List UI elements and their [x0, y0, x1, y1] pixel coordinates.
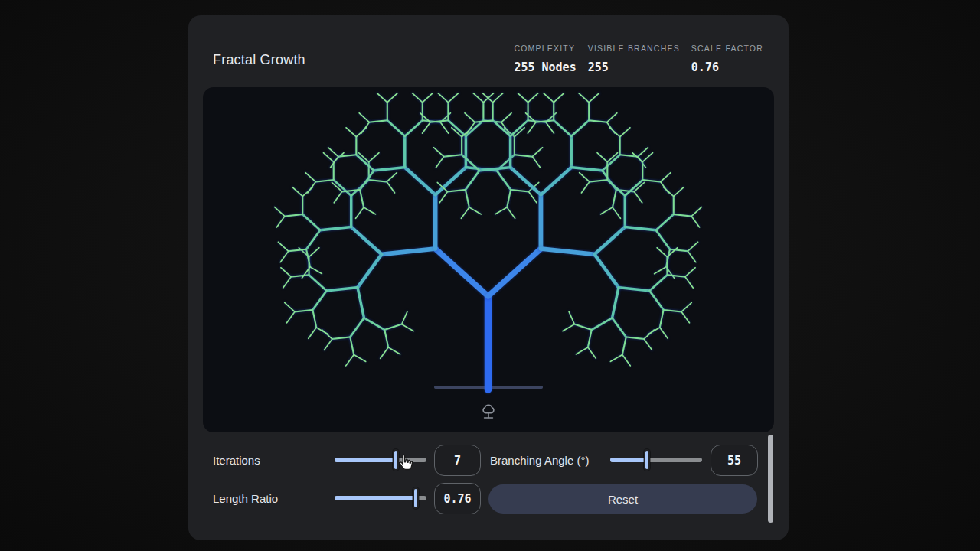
stat-visible-branches-label: VISIBLE BRANCHES	[588, 44, 680, 53]
branching-angle-value-box[interactable]: 55	[710, 445, 758, 476]
stat-complexity-label: COMPLEXITY	[514, 44, 575, 53]
iterations-slider-thumb[interactable]	[393, 449, 399, 471]
tree-icon	[481, 402, 496, 422]
stat-visible-branches-value: 255	[588, 60, 609, 74]
fractal-viewport[interactable]	[203, 87, 774, 432]
iterations-slider-fill	[335, 458, 397, 462]
fractal-tree-canvas[interactable]	[203, 87, 774, 432]
stat-scale-factor-label: SCALE FACTOR	[691, 44, 763, 53]
fractal-growth-panel: Fractal Growth COMPLEXITY 255 Nodes VISI…	[188, 15, 789, 540]
stats-bar: COMPLEXITY 255 Nodes VISIBLE BRANCHES 25…	[514, 44, 763, 74]
stat-complexity-value: 255 Nodes	[514, 60, 576, 74]
stat-scale-factor-value: 0.76	[691, 60, 719, 74]
branching-angle-slider[interactable]	[610, 448, 702, 471]
iterations-label: Iterations	[213, 454, 260, 467]
branching-angle-slider-thumb[interactable]	[644, 449, 650, 471]
page-title: Fractal Growth	[213, 52, 305, 68]
length-ratio-slider-thumb[interactable]	[413, 487, 419, 509]
length-ratio-label: Length Ratio	[213, 492, 278, 505]
app-background: Fractal Growth COMPLEXITY 255 Nodes VISI…	[0, 0, 980, 551]
length-ratio-value-box[interactable]: 0.76	[434, 483, 481, 514]
stat-scale-factor: SCALE FACTOR 0.76	[691, 44, 763, 74]
iterations-slider[interactable]	[335, 448, 426, 471]
stat-complexity: COMPLEXITY 255 Nodes	[514, 44, 576, 74]
reset-button[interactable]: Reset	[488, 484, 757, 514]
branching-angle-slider-fill	[610, 458, 648, 462]
iterations-value-box[interactable]: 7	[434, 445, 481, 476]
scrollbar-thumb[interactable]	[768, 435, 773, 523]
branching-angle-label: Branching Angle (°)	[490, 454, 589, 467]
length-ratio-slider[interactable]	[335, 487, 426, 510]
stat-visible-branches: VISIBLE BRANCHES 255	[588, 44, 680, 74]
length-ratio-slider-fill	[335, 496, 417, 500]
